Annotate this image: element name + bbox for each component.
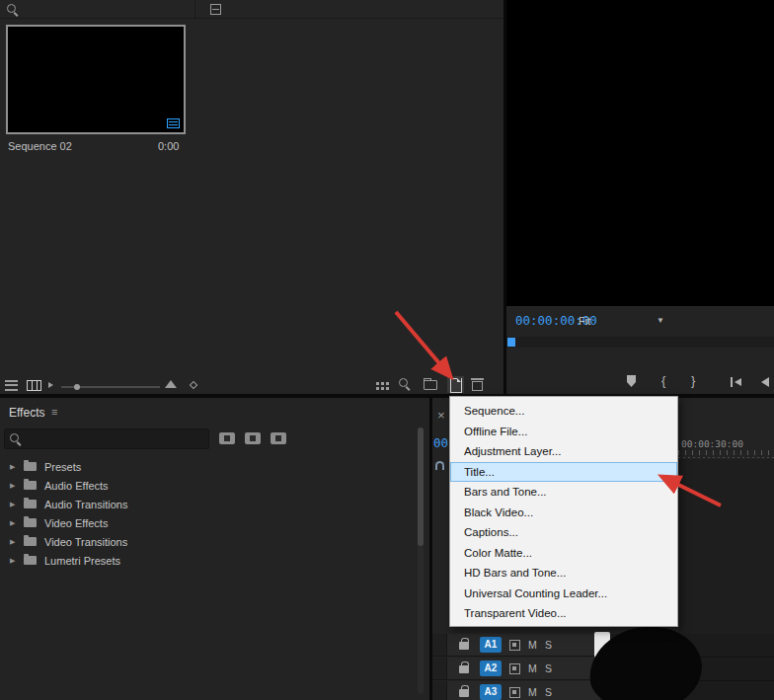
lock-icon[interactable]	[459, 689, 469, 697]
clear-icon[interactable]	[472, 378, 483, 391]
step-back-icon[interactable]	[761, 377, 769, 387]
project-item-thumbnail[interactable]	[6, 25, 186, 134]
project-panel: Sequence 02 0:00	[0, 0, 503, 394]
panel-menu-icon[interactable]: ≡	[51, 406, 57, 418]
menu-item-captions[interactable]: Captions...	[450, 522, 677, 543]
ruler-timecode: 00:00:30:00	[681, 438, 743, 449]
close-icon[interactable]: ×	[437, 408, 445, 423]
folder-icon	[24, 537, 37, 546]
menu-item-color-matte[interactable]: Color Matte...	[450, 543, 677, 564]
program-monitor-panel: 00:00:00:00 Fit ▼ { }	[506, 0, 774, 394]
folder-icon	[24, 556, 37, 565]
add-marker-icon[interactable]	[627, 375, 636, 387]
menu-item-transparent-video[interactable]: Transparent Video...	[450, 603, 677, 624]
tab-effects[interactable]: Effects	[9, 406, 44, 420]
chevron-down-icon[interactable]: ▼	[657, 316, 664, 325]
chevron-right-icon[interactable]: ▶	[10, 501, 18, 508]
project-topbar	[0, 0, 503, 19]
effects-folder-video-effects[interactable]: ▶ Video Effects	[0, 513, 415, 532]
mute-button[interactable]: M	[528, 639, 537, 651]
32bit-effects-filter-icon[interactable]	[245, 432, 261, 444]
track-name-badge[interactable]: A2	[480, 661, 502, 676]
menu-item-offline-file[interactable]: Offline File...	[450, 422, 677, 442]
effects-folder-audio-transitions[interactable]: ▶ Audio Transitions	[0, 495, 415, 513]
folder-label: Video Effects	[44, 517, 108, 529]
folder-icon	[24, 481, 37, 490]
folder-icon	[24, 518, 37, 527]
menu-item-bars-and-tone[interactable]: Bars and Tone...	[450, 482, 677, 503]
monitor-scrollbar[interactable]	[506, 337, 774, 348]
effects-folder-presets[interactable]: ▶ Presets	[0, 457, 415, 476]
menu-item-adjustment-layer[interactable]: Adjustment Layer...	[450, 441, 677, 462]
icon-view-icon[interactable]	[27, 380, 41, 391]
search-icon	[10, 433, 23, 446]
track-name-badge[interactable]: A1	[480, 637, 502, 653]
effects-folder-video-transitions[interactable]: ▶ Video Transitions	[0, 532, 415, 551]
effects-search-input[interactable]	[4, 428, 209, 449]
menu-item-title[interactable]: Title...	[450, 462, 677, 483]
yuv-effects-filter-icon[interactable]	[271, 432, 286, 444]
sort-icon[interactable]	[48, 382, 53, 388]
accelerated-effects-filter-icon[interactable]	[219, 432, 235, 444]
zoom-in-icon[interactable]	[165, 380, 177, 388]
mark-in-icon[interactable]: {	[661, 373, 665, 388]
premiere-app-window: Sequence 02 0:00 00:00:00:00 Fit ▼	[0, 0, 774, 700]
chevron-right-icon[interactable]: ▶	[10, 557, 18, 565]
effects-folder-audio-effects[interactable]: ▶ Audio Effects	[0, 476, 415, 495]
new-bin-icon[interactable]	[424, 380, 437, 390]
audio-track-a3: A3 M S	[432, 681, 600, 700]
track-meter-icon[interactable]	[509, 663, 520, 674]
folder-icon	[24, 462, 37, 471]
effects-panel: Effects ≡ ▶ Presets ▶ Audio Effects ▶ Au…	[0, 398, 429, 700]
menu-item-sequence[interactable]: Sequence...	[450, 401, 677, 422]
ruler-ticks	[678, 450, 774, 455]
project-item-duration: 0:00	[158, 140, 179, 152]
automate-to-sequence-icon[interactable]	[376, 382, 379, 385]
zoom-slider[interactable]	[61, 386, 160, 388]
timeline-lanes-upper[interactable]	[678, 459, 774, 634]
menu-item-black-video[interactable]: Black Video...	[450, 503, 677, 523]
track-name-badge[interactable]: A3	[480, 684, 502, 700]
playhead-marker[interactable]	[507, 338, 515, 347]
effects-tree: ▶ Presets ▶ Audio Effects ▶ Audio Transi…	[0, 457, 415, 570]
media-browser-icon[interactable]	[210, 4, 221, 15]
track-meter-icon[interactable]	[509, 687, 520, 698]
menu-item-hd-bars-and-tone[interactable]: HD Bars and Tone...	[450, 563, 677, 583]
effects-folder-lumetri-presets[interactable]: ▶ Lumetri Presets	[0, 551, 415, 570]
track-meter-icon[interactable]	[509, 640, 520, 651]
mute-button[interactable]: M	[528, 662, 537, 674]
folder-label: Audio Transitions	[44, 499, 127, 510]
find-icon[interactable]	[399, 378, 412, 391]
chevron-right-icon[interactable]: ▶	[10, 463, 18, 471]
effects-scrollbar[interactable]	[418, 428, 424, 694]
solo-button[interactable]: S	[545, 662, 552, 674]
lock-icon[interactable]	[459, 665, 469, 673]
search-icon[interactable]	[7, 4, 20, 17]
solo-button[interactable]: S	[545, 686, 552, 698]
chevron-right-icon[interactable]: ▶	[10, 482, 18, 490]
mute-button[interactable]: M	[528, 686, 537, 698]
new-item-menu: Sequence... Offline File... Adjustment L…	[449, 396, 678, 627]
list-view-icon[interactable]	[5, 380, 18, 391]
keyframe-icon[interactable]	[190, 381, 197, 389]
work-area-dashes	[678, 457, 774, 458]
new-item-icon[interactable]	[447, 376, 464, 393]
project-toolbar	[0, 376, 503, 394]
transport-controls: { }	[506, 372, 774, 392]
lock-icon[interactable]	[459, 642, 469, 650]
go-to-in-icon[interactable]	[731, 377, 742, 387]
folder-label: Video Transitions	[44, 536, 127, 548]
menu-item-universal-counting-leader[interactable]: Universal Counting Leader...	[450, 583, 677, 604]
zoom-slider-knob[interactable]	[74, 384, 80, 390]
chevron-right-icon[interactable]: ▶	[10, 538, 18, 546]
folder-label: Presets	[44, 461, 81, 473]
effects-scrollbar-thumb[interactable]	[418, 428, 424, 546]
folder-label: Audio Effects	[44, 480, 109, 492]
solo-button[interactable]: S	[545, 639, 552, 651]
chevron-right-icon[interactable]: ▶	[10, 519, 18, 527]
timeline-ruler[interactable]: 00:00:30:00	[678, 435, 774, 455]
mark-out-icon[interactable]: }	[691, 373, 695, 388]
project-item-name[interactable]: Sequence 02	[8, 140, 72, 152]
zoom-level-select[interactable]: Fit	[579, 315, 590, 327]
snap-icon[interactable]	[435, 461, 444, 470]
